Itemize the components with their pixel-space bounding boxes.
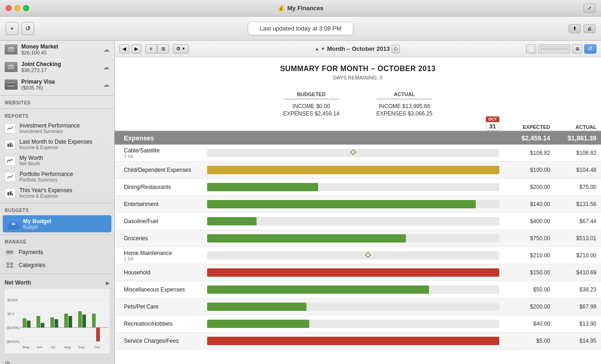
divider: [0, 95, 114, 96]
toolbar-left-buttons: + ↺: [6, 22, 34, 35]
minimize-button[interactable]: [14, 5, 20, 11]
account-info: Primary Visa ($935.76): [21, 79, 99, 91]
refresh-button[interactable]: ↺: [21, 22, 34, 35]
bank-icon: [5, 44, 18, 55]
report-chart-icon: [5, 172, 16, 182]
divider: [0, 273, 114, 274]
period-change-button[interactable]: ⬡: [392, 45, 400, 53]
doc-icon-button[interactable]: 📄: [526, 44, 536, 54]
detail-view-button[interactable]: ⊞: [157, 44, 169, 54]
view-toggle: ≡ ⊞: [145, 44, 169, 54]
close-button[interactable]: [6, 5, 12, 11]
row-name: Dining/Restaurants: [124, 184, 207, 190]
update-status: Last updated today at 3:08 PM: [248, 22, 353, 35]
sync-button[interactable]: ↺: [584, 44, 596, 54]
net-worth-expand-icon[interactable]: ▶: [106, 280, 110, 285]
row-bar: [207, 317, 499, 330]
actual-expenses: EXPENSES $3,066.25: [376, 110, 432, 117]
svg-rect-34: [41, 323, 44, 328]
row-bar: [207, 146, 499, 159]
actual-column: ACTUAL INCOME $13,995.66 EXPENSES $3,066…: [376, 91, 432, 118]
summary-section: SUMMARY FOR MONTH – OCTOBER 2013 DAYS RE…: [115, 57, 601, 85]
row-expected: $100.00: [499, 167, 550, 173]
svg-text:$200K: $200K: [7, 298, 18, 302]
gear-menu-button[interactable]: ⚙ ▼: [173, 44, 189, 54]
row-expected: $50.00: [499, 286, 550, 293]
summary-title: SUMMARY FOR MONTH – OCTOBER 2013: [124, 65, 592, 73]
svg-rect-1: [9, 47, 13, 49]
sidebar-settings-icon[interactable]: ⚙: [5, 360, 11, 364]
account-info: Joint Checking $38,272.17: [21, 61, 99, 73]
svg-rect-7: [7, 144, 9, 147]
row-bar: [207, 266, 499, 279]
report-info: This Year's Expenses Income & Expense: [19, 187, 72, 199]
back-button[interactable]: ◀: [119, 44, 129, 54]
export-button[interactable]: ⬆: [569, 24, 581, 33]
svg-rect-6: [7, 84, 15, 85]
budgets-section-header: BUDGETS: [0, 205, 114, 214]
manage-section-header: MANAGE: [0, 237, 114, 246]
row-name: Miscellaneous Expenses: [124, 286, 207, 293]
print-button[interactable]: 🖨: [583, 24, 595, 33]
row-name: Entertainment: [124, 201, 207, 207]
budget-table-area: OCT 31 EXPECTED ACTUAL Expenses $2,459.1…: [115, 122, 601, 350]
budget-icon: [7, 219, 19, 229]
report-chart-icon: [5, 140, 16, 150]
account-joint-checking[interactable]: Joint Checking $38,272.17 ☁: [0, 58, 114, 76]
account-money-market[interactable]: Money Market $26,100.45 ☁: [0, 41, 114, 58]
maximize-button[interactable]: [23, 5, 29, 11]
row-actual: $410.69: [550, 269, 596, 276]
list-view-button[interactable]: ≡: [145, 44, 157, 54]
svg-rect-11: [10, 191, 12, 195]
report-this-years-expenses[interactable]: This Year's Expenses Income & Expense: [0, 185, 114, 201]
svg-rect-4: [9, 65, 13, 66]
divider: [0, 109, 114, 109]
reports-section-header: REPORTS: [0, 111, 114, 120]
window-title: 💰 My Finances: [277, 5, 323, 12]
my-budget-item[interactable]: My Budget Budget: [3, 215, 111, 232]
svg-rect-40: [82, 315, 86, 328]
row-bar: [207, 283, 499, 296]
report-my-worth[interactable]: My Worth Net Worth: [0, 152, 114, 169]
report-last-month-expenses[interactable]: Last Month to Date Expenses Income & Exp…: [0, 136, 114, 152]
svg-rect-42: [96, 328, 100, 341]
row-name: Recreation/Hobbies: [124, 321, 207, 327]
actual-income: INCOME $13,995.66: [376, 103, 432, 109]
oct-date-badge: OCT 31: [486, 116, 499, 131]
row-expected: $210.00: [499, 252, 550, 259]
account-primary-visa[interactable]: Primary Visa ($935.76) ☁: [0, 76, 114, 93]
net-worth-section: Net Worth ▶ $200K $0.0 ($200K) ($400K): [0, 276, 114, 357]
report-portfolio-performance[interactable]: Portfolio Performance Portfolio Summary: [0, 169, 114, 185]
main-toolbar: + ↺ Last updated today at 3:08 PM ⬆ 🖨: [0, 17, 601, 41]
table-row: Service Charges/Fees $5.00 $14.95: [115, 333, 601, 350]
categories-item[interactable]: Categories: [0, 259, 114, 272]
svg-rect-37: [64, 314, 68, 328]
forward-button[interactable]: ▶: [131, 44, 141, 54]
svg-rect-50: [365, 252, 370, 257]
expand-button[interactable]: ⤢: [583, 4, 595, 13]
account-info: Money Market $26,100.45: [21, 43, 99, 55]
row-bar: [207, 181, 499, 194]
budgeted-column: BUDGETED INCOME $0.00 EXPENSES $2,459.14: [283, 91, 339, 118]
row-bar: [207, 249, 499, 262]
table-row: Home Maintenance 1 bill $210.00 $210.00: [115, 247, 601, 264]
zoom-fit-button[interactable]: ⊞: [572, 44, 583, 54]
cloud-sync-icon: ☁: [103, 81, 110, 88]
content-right-buttons: 📄 ⊞ ↺: [526, 44, 596, 54]
sidebar: Money Market $26,100.45 ☁ Joint Checking…: [0, 41, 115, 364]
expenses-label: Expenses: [124, 134, 207, 142]
row-name: Groceries: [124, 235, 207, 242]
row-actual: $210.00: [550, 252, 596, 259]
row-expected: $5.00: [499, 338, 550, 344]
report-investment-performance[interactable]: Investment Performance Investment Summar…: [0, 120, 114, 136]
svg-rect-20: [10, 262, 13, 265]
row-actual: $13.90: [550, 321, 596, 327]
report-info: Last Month to Date Expenses Income & Exp…: [19, 139, 92, 150]
row-bar: [207, 198, 499, 211]
row-name: Child/Dependent Expenses: [124, 167, 207, 173]
add-account-button[interactable]: +: [6, 22, 18, 35]
cloud-sync-icon: ☁: [103, 46, 110, 53]
payments-item[interactable]: Payments: [0, 246, 114, 259]
sort-up-icon: ▲: [315, 46, 319, 51]
expenses-group-row: Expenses $2,459.14 $1,861.39: [115, 132, 601, 145]
